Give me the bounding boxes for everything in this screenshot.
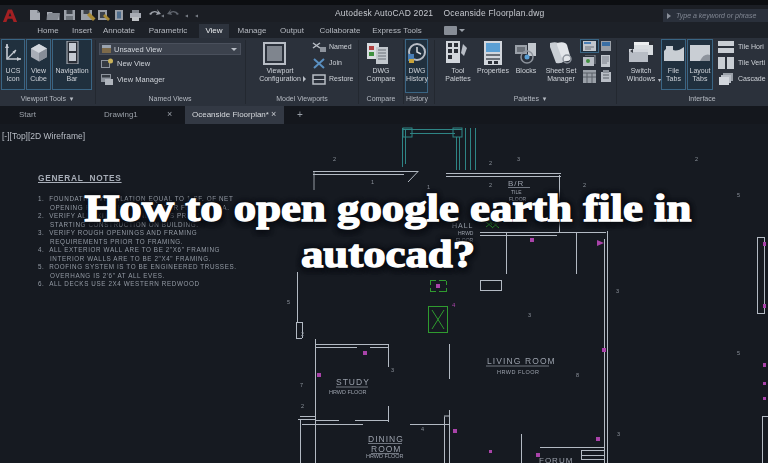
svg-text:STUDY: STUDY xyxy=(336,377,370,387)
svg-text:3: 3 xyxy=(517,156,520,162)
svg-text:3: 3 xyxy=(391,367,394,373)
svg-text:HRWD FLOOR: HRWD FLOOR xyxy=(497,369,539,375)
svg-text:3: 3 xyxy=(617,431,620,437)
svg-text:LIVING ROOM: LIVING ROOM xyxy=(487,356,556,366)
svg-text:3: 3 xyxy=(616,288,619,294)
svg-text:4: 4 xyxy=(452,302,456,308)
svg-text:5: 5 xyxy=(737,350,740,356)
svg-text:8: 8 xyxy=(576,372,579,378)
svg-text:4: 4 xyxy=(421,426,424,432)
svg-text:2: 2 xyxy=(301,403,304,409)
svg-text:2: 2 xyxy=(695,156,698,162)
svg-text:2: 2 xyxy=(301,331,304,337)
svg-text:2: 2 xyxy=(333,156,336,162)
svg-text:3: 3 xyxy=(528,312,531,318)
svg-text:7: 7 xyxy=(300,382,303,388)
svg-text:5: 5 xyxy=(287,299,290,305)
svg-text:2: 2 xyxy=(489,160,492,166)
svg-text:FORUM: FORUM xyxy=(539,456,573,463)
svg-text:1: 1 xyxy=(371,179,374,185)
svg-text:HRWD FLOOR: HRWD FLOOR xyxy=(329,389,367,395)
svg-text:HRWD FLOOR: HRWD FLOOR xyxy=(366,453,404,459)
svg-text:DINING: DINING xyxy=(368,434,404,444)
